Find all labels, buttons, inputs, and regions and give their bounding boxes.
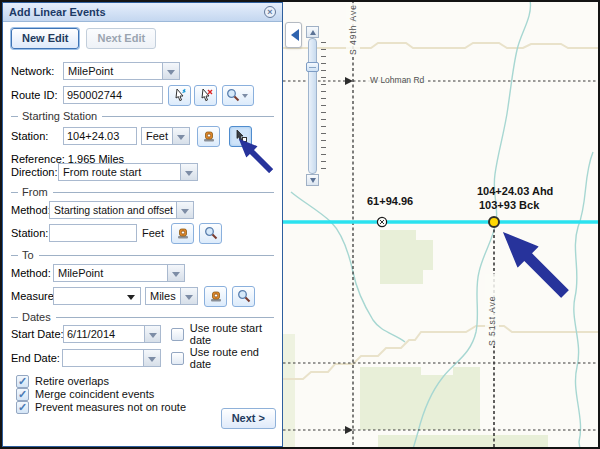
cursor-pick-icon	[234, 129, 248, 143]
station-label: Station:	[3, 130, 63, 142]
zoom-menu-button[interactable]	[222, 85, 254, 106]
section-title: Dates	[22, 311, 51, 323]
from-station-label: Station:	[3, 227, 49, 239]
magnifier-icon	[237, 289, 251, 303]
network-dropdown-trigger[interactable]	[163, 62, 180, 80]
use-route-start-date-label: Use route start date	[190, 322, 282, 346]
panel-body: New Edit Next Edit Network: MilePoint Ro…	[3, 22, 282, 446]
from-station-locator-button[interactable]	[171, 223, 194, 244]
measure-locator-button[interactable]	[204, 286, 227, 307]
app-window: Add Linear Events × New Edit Next Edit N…	[0, 0, 600, 449]
pick-station-on-map-button[interactable]	[229, 126, 252, 147]
from-units-text: Feet	[142, 227, 164, 239]
direction-select[interactable]: From route start	[58, 163, 181, 181]
to-method-trigger[interactable]	[168, 264, 185, 282]
cursor-select-icon	[173, 88, 187, 102]
chevron-down-icon	[242, 94, 248, 101]
road-label-horizontal: W Lohman Rd	[368, 75, 426, 85]
station-gauge-icon	[176, 226, 190, 240]
end-date-trigger[interactable]	[144, 349, 161, 367]
section-from: From	[11, 186, 274, 198]
collapse-panel-tab[interactable]	[285, 22, 302, 48]
station-input[interactable]	[63, 127, 137, 145]
station-label-ahead: 104+24.03 Ahd	[477, 185, 553, 197]
direction-dropdown-trigger[interactable]	[181, 163, 198, 181]
from-method-label: Method:	[3, 204, 49, 216]
station-locator-button[interactable]	[197, 126, 220, 147]
use-route-end-date-checkbox[interactable]	[171, 352, 184, 365]
map-canvas[interactable]: W Lohman Rd S 49th Ave S 51st Ave 61+94.…	[283, 2, 598, 447]
cursor-clear-icon	[199, 88, 213, 102]
measure-zoom-button[interactable]	[232, 286, 255, 307]
section-title: To	[22, 249, 34, 261]
road-label-vertical-bottom: S 51st Ave	[485, 274, 499, 346]
zoom-slider-ticks	[321, 42, 326, 169]
section-starting-station: Starting Station	[11, 110, 274, 122]
station-units-trigger[interactable]	[173, 127, 190, 145]
to-method-select[interactable]: MilePoint	[53, 264, 168, 282]
panel-header: Add Linear Events ×	[3, 3, 282, 22]
station-label-back: 103+93 Bck	[479, 199, 539, 211]
panel-title: Add Linear Events	[9, 6, 264, 18]
measure-units-trigger[interactable]	[181, 287, 198, 305]
add-linear-events-panel: Add Linear Events × New Edit Next Edit N…	[2, 2, 283, 447]
section-to: To	[11, 249, 274, 261]
route-id-input[interactable]	[63, 86, 163, 104]
minus-icon	[310, 178, 316, 186]
from-method-trigger[interactable]	[177, 201, 194, 219]
close-icon[interactable]: ×	[264, 6, 276, 18]
station-gauge-icon	[202, 129, 216, 143]
network-select[interactable]: MilePoint	[63, 62, 163, 80]
map-geometry	[283, 2, 598, 447]
measure-combo[interactable]	[53, 287, 141, 305]
use-route-start-date-checkbox[interactable]	[171, 328, 184, 341]
next-button[interactable]: Next >	[221, 408, 276, 429]
end-date-input[interactable]	[62, 349, 144, 367]
section-title: From	[22, 186, 48, 198]
section-title: Starting Station	[22, 110, 97, 122]
zoom-slider-track[interactable]	[308, 38, 317, 174]
start-date-trigger[interactable]	[145, 325, 161, 343]
station-units-select[interactable]: Feet	[141, 127, 173, 145]
from-station-zoom-button[interactable]	[199, 223, 222, 244]
zoom-in-button[interactable]	[306, 26, 319, 38]
to-method-label: Method:	[3, 267, 53, 279]
use-route-end-date-label: Use route end date	[190, 346, 282, 370]
magnifier-icon	[204, 226, 218, 240]
direction-label: Direction:	[3, 166, 58, 178]
select-route-on-map-button[interactable]	[168, 85, 191, 106]
collapse-left-icon	[285, 29, 299, 41]
plus-icon	[310, 27, 316, 35]
zoom-slider-handle[interactable]	[306, 62, 319, 72]
route-id-label: Route ID:	[3, 89, 63, 101]
zoom-slider	[306, 26, 328, 38]
from-method-select[interactable]: Starting station and offset	[49, 201, 177, 219]
end-date-label: End Date:	[3, 352, 62, 364]
road-label-vertical-top: S 49th Ave	[346, 3, 360, 55]
zoom-out-button[interactable]	[306, 174, 319, 186]
from-station-input[interactable]	[49, 224, 137, 242]
new-edit-button[interactable]: New Edit	[11, 28, 79, 49]
reference-station-marker[interactable]	[376, 216, 388, 228]
selected-station-marker[interactable]	[488, 216, 500, 228]
measure-label: Measure:	[3, 290, 53, 302]
start-date-input[interactable]	[63, 325, 145, 343]
measure-units-select[interactable]: Miles	[145, 287, 181, 305]
combo-caret-icon	[127, 295, 135, 304]
next-edit-button[interactable]: Next Edit	[86, 28, 156, 49]
magnifier-icon	[226, 88, 240, 102]
network-label: Network:	[3, 65, 63, 77]
circle-cross-icon	[376, 216, 388, 228]
station-gauge-icon	[209, 289, 223, 303]
start-date-label: Start Date:	[3, 328, 63, 340]
station-label-mid: 61+94.96	[367, 195, 413, 207]
clear-route-selection-button[interactable]	[194, 85, 217, 106]
